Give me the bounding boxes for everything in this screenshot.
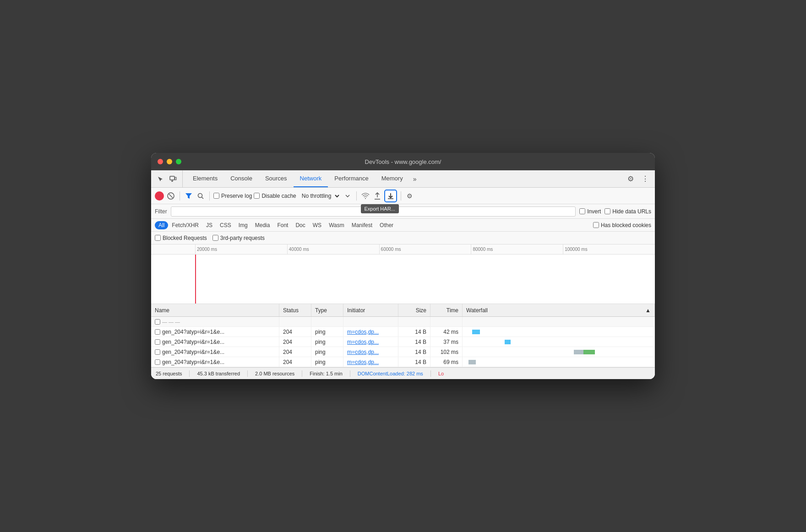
invert-group: Invert — [579, 208, 601, 215]
type-btn-js[interactable]: JS — [202, 221, 216, 229]
status-requests: 25 requests — [156, 371, 182, 376]
row-checkbox[interactable] — [155, 329, 160, 335]
device-icon[interactable] — [168, 174, 179, 185]
td-status: 204 — [279, 327, 311, 337]
tab-bar: Elements Console Sources Network Perform… — [151, 170, 655, 188]
ruler-mark-4: 80000 ms — [471, 244, 563, 254]
td-initiator: m=cdos,dp... — [343, 327, 398, 337]
th-type[interactable]: Type — [311, 304, 343, 316]
td-type: ping — [311, 337, 343, 347]
td-status: 204 — [279, 357, 311, 367]
svg-line-5 — [169, 194, 173, 198]
th-initiator[interactable]: Initiator — [343, 304, 398, 316]
td-type: ping — [311, 327, 343, 337]
cursor-icon[interactable] — [155, 174, 166, 185]
tab-performance[interactable]: Performance — [328, 170, 375, 187]
filter-icon[interactable] — [184, 191, 194, 201]
blocked-requests-checkbox[interactable] — [155, 235, 161, 241]
network-toolbar: Preserve log Disable cache No throttling… — [151, 188, 655, 204]
blocked-requests-group[interactable]: Blocked Requests — [155, 235, 207, 241]
ruler-mark-3: 60000 ms — [379, 244, 471, 254]
row-checkbox[interactable] — [155, 339, 160, 345]
table-row[interactable]: gen_204?atyp=i&r=1&e... 204 ping m=cdos,… — [151, 347, 655, 357]
td-name: — — — — [151, 317, 279, 326]
third-party-group[interactable]: 3rd-party requests — [212, 235, 265, 241]
td-status — [279, 317, 311, 326]
tab-console[interactable]: Console — [224, 170, 259, 187]
th-time[interactable]: Time — [430, 304, 463, 316]
tab-more-button[interactable]: » — [409, 175, 420, 183]
search-icon[interactable] — [196, 191, 206, 201]
row-checkbox[interactable] — [155, 349, 160, 355]
th-status[interactable]: Status — [279, 304, 311, 316]
throttle-dropdown-icon[interactable] — [343, 191, 353, 201]
table-row[interactable]: gen_204?atyp=i&r=1&e... 204 ping m=cdos,… — [151, 357, 655, 367]
toolbar-divider-1 — [180, 191, 180, 201]
settings-icon-2[interactable]: ⚙ — [405, 191, 415, 201]
table-row[interactable]: — — — — [151, 317, 655, 327]
type-btn-all[interactable]: All — [155, 221, 168, 229]
close-button[interactable] — [158, 159, 163, 164]
minimize-button[interactable] — [167, 159, 172, 164]
row-checkbox[interactable] — [155, 319, 160, 325]
tab-sources[interactable]: Sources — [259, 170, 294, 187]
tab-icon-group — [155, 170, 183, 187]
traffic-lights — [158, 159, 181, 164]
status-dom-content-loaded: DOMContentLoaded: 282 ms — [358, 371, 423, 376]
maximize-button[interactable] — [176, 159, 181, 164]
status-divider-5 — [430, 370, 431, 377]
type-btn-css[interactable]: CSS — [216, 221, 235, 229]
more-vert-icon[interactable]: ⋮ — [639, 173, 651, 185]
th-waterfall[interactable]: Waterfall ▲ — [463, 304, 655, 316]
third-party-checkbox[interactable] — [212, 235, 218, 241]
th-name[interactable]: Name — [151, 304, 279, 316]
td-time: 37 ms — [430, 337, 463, 347]
wifi-icon[interactable] — [360, 191, 370, 201]
table-row[interactable]: gen_204?atyp=i&r=1&e... 204 ping m=cdos,… — [151, 327, 655, 337]
invert-checkbox[interactable] — [579, 208, 585, 214]
table-row[interactable]: gen_204?atyp=i&r=1&e... 204 ping m=cdos,… — [151, 337, 655, 347]
timeline-ruler: 20000 ms 40000 ms 60000 ms 80000 ms 1000… — [151, 244, 655, 255]
type-btn-other[interactable]: Other — [376, 221, 397, 229]
title-bar: DevTools - www.google.com/ — [151, 153, 655, 170]
td-size: 14 B — [398, 327, 430, 337]
disable-cache-label: Disable cache — [261, 193, 296, 199]
invert-label: Invert — [587, 208, 601, 215]
row-checkbox[interactable] — [155, 359, 160, 365]
preserve-log-checkbox[interactable] — [213, 193, 219, 199]
disable-cache-checkbox[interactable] — [254, 193, 260, 199]
status-divider-1 — [189, 370, 190, 377]
tab-network[interactable]: Network — [294, 170, 328, 187]
upload-icon[interactable] — [372, 191, 382, 201]
record-button[interactable] — [155, 191, 164, 201]
type-btn-doc[interactable]: Doc — [292, 221, 309, 229]
type-btn-font[interactable]: Font — [273, 221, 292, 229]
third-party-label: 3rd-party requests — [220, 235, 265, 241]
td-size: 14 B — [398, 357, 430, 367]
export-har-button[interactable] — [384, 190, 397, 202]
type-btn-wasm[interactable]: Wasm — [325, 221, 348, 229]
blocked-bar: Blocked Requests 3rd-party requests — [151, 232, 655, 244]
svg-line-7 — [202, 197, 204, 199]
type-btn-fetch-xhr[interactable]: Fetch/XHR — [168, 221, 202, 229]
has-blocked-cookies-checkbox[interactable] — [593, 222, 599, 228]
svg-point-6 — [198, 193, 202, 197]
clear-icon[interactable] — [166, 191, 176, 201]
tab-memory[interactable]: Memory — [375, 170, 409, 187]
blocked-requests-label: Blocked Requests — [163, 235, 207, 241]
hide-data-urls-checkbox[interactable] — [604, 208, 610, 214]
td-time: 42 ms — [430, 327, 463, 337]
settings-icon[interactable]: ⚙ — [625, 173, 637, 185]
status-finish: Finish: 1.5 min — [310, 371, 343, 376]
type-btn-manifest[interactable]: Manifest — [348, 221, 376, 229]
td-initiator — [343, 317, 398, 326]
type-btn-ws[interactable]: WS — [309, 221, 325, 229]
th-size[interactable]: Size — [398, 304, 430, 316]
type-btn-media[interactable]: Media — [251, 221, 274, 229]
tab-elements[interactable]: Elements — [186, 170, 224, 187]
td-time: 69 ms — [430, 357, 463, 367]
td-initiator: m=cdos,dp... — [343, 337, 398, 347]
throttle-select[interactable]: No throttling Fast 3G Slow 3G — [298, 191, 341, 201]
toolbar-divider-2 — [209, 191, 210, 201]
type-btn-img[interactable]: Img — [235, 221, 251, 229]
